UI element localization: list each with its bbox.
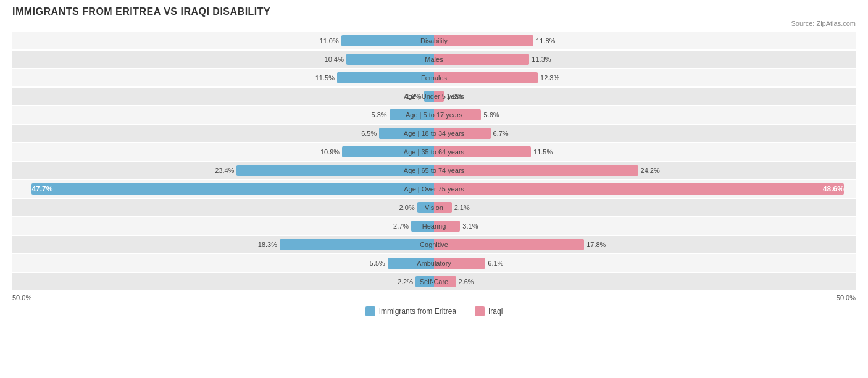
right-side: 48.6% [434, 180, 856, 198]
val-left: 10.4% [325, 56, 344, 63]
val-right: 12.3% [540, 74, 559, 82]
bar-container: 47.7% Age | Over 75 years 48.6% [12, 180, 856, 198]
val-left: 23.4% [215, 167, 234, 174]
right-side: 11.5% [434, 143, 856, 161]
bar-right [434, 72, 538, 83]
bar-container: 11.0% Disability 11.8% [12, 32, 856, 49]
bar-right [434, 146, 531, 158]
bar-row: 5.3% Age | 5 to 17 years 5.6% [12, 106, 856, 124]
bar-right [434, 258, 485, 269]
bar-left [379, 128, 434, 139]
right-side: 3.1% [434, 217, 856, 235]
legend: Immigrants from Eritrea Iraqi [12, 306, 856, 316]
bar-row: 10.9% Age | 35 to 64 years 11.5% [12, 143, 856, 161]
bar-right [434, 276, 456, 287]
bar-row: 1.2% Age | Under 5 years 1.2% [12, 88, 856, 105]
bar-container: 5.3% Age | 5 to 17 years 5.6% [12, 106, 856, 124]
bar-right [434, 165, 638, 176]
left-side: 11.5% [12, 69, 434, 86]
right-side: 2.6% [434, 273, 856, 290]
bar-container: 18.3% Cognitive 17.8% [12, 236, 856, 253]
bar-left [31, 183, 434, 195]
val-right: 11.3% [532, 56, 551, 63]
val-left: 2.0% [399, 204, 415, 211]
bar-row: 10.4% Males 11.3% [12, 51, 856, 68]
bar-container: 2.2% Self-Care 2.6% [12, 273, 856, 290]
right-side: 5.6% [434, 106, 856, 124]
val-right: 3.1% [462, 222, 478, 230]
right-side: 2.1% [434, 199, 856, 216]
right-side: 12.3% [434, 69, 856, 86]
right-side: 1.2% [434, 88, 856, 105]
left-side: 1.2% [12, 88, 434, 105]
bar-right [434, 54, 529, 65]
bar-container: 1.2% Age | Under 5 years 1.2% [12, 88, 856, 105]
bar-left [346, 54, 434, 65]
left-side: 10.4% [12, 51, 434, 68]
bar-left [415, 276, 434, 287]
val-left: 18.3% [258, 241, 277, 248]
left-side: 18.3% [12, 236, 434, 253]
legend-box-left [365, 306, 375, 316]
bar-container: 6.5% Age | 18 to 34 years 6.7% [12, 125, 856, 142]
bar-container: 11.5% Females 12.3% [12, 69, 856, 86]
bar-right [434, 183, 844, 195]
legend-item-right: Iraqi [475, 306, 503, 316]
bar-container: 10.4% Males 11.3% [12, 51, 856, 68]
bar-container: 10.9% Age | 35 to 64 years 11.5% [12, 143, 856, 161]
bar-right [434, 239, 584, 250]
bar-left [411, 220, 434, 232]
val-right: 24.2% [641, 167, 660, 174]
legend-label-right: Iraqi [488, 307, 503, 316]
bar-row: 23.4% Age | 65 to 74 years 24.2% [12, 162, 856, 179]
val-right: 6.1% [488, 259, 503, 267]
val-left: 10.9% [320, 148, 340, 156]
bar-row: 47.7% Age | Over 75 years 48.6% [12, 180, 856, 198]
left-side: 6.5% [12, 125, 434, 142]
val-left: 2.2% [398, 278, 413, 285]
val-right: 1.2% [446, 93, 462, 100]
right-side: 17.8% [434, 236, 856, 253]
bar-row: 18.3% Cognitive 17.8% [12, 236, 856, 253]
left-side: 10.9% [12, 143, 434, 161]
right-side: 11.8% [434, 32, 856, 49]
left-side: 5.5% [12, 254, 434, 272]
bar-right [434, 109, 481, 120]
val-left: 2.7% [393, 222, 409, 230]
bar-row: 2.2% Self-Care 2.6% [12, 273, 856, 290]
left-side: 2.7% [12, 217, 434, 235]
bar-left [342, 146, 434, 158]
val-right: 2.6% [459, 278, 474, 285]
val-left: 11.0% [320, 37, 339, 44]
val-left: 5.5% [370, 259, 385, 267]
bar-row: 2.0% Vision 2.1% [12, 199, 856, 216]
val-left-inside: 47.7% [31, 185, 55, 193]
bar-row: 11.5% Females 12.3% [12, 69, 856, 86]
bar-right [434, 220, 460, 232]
bar-left [236, 165, 434, 176]
left-side: 47.7% [12, 180, 434, 198]
val-right-inside: 48.6% [820, 185, 844, 193]
val-right: 2.1% [454, 204, 470, 211]
legend-box-right [475, 306, 485, 316]
bar-left [341, 35, 434, 46]
left-side: 23.4% [12, 162, 434, 179]
bar-row: 11.0% Disability 11.8% [12, 32, 856, 49]
val-right: 6.7% [493, 130, 509, 137]
val-left: 11.5% [315, 74, 335, 82]
val-left: 6.5% [361, 130, 377, 137]
bar-left [390, 109, 434, 120]
left-side: 2.0% [12, 199, 434, 216]
val-right: 5.6% [483, 111, 499, 119]
bar-container: 23.4% Age | 65 to 74 years 24.2% [12, 162, 856, 179]
left-side: 11.0% [12, 32, 434, 49]
bar-row: 6.5% Age | 18 to 34 years 6.7% [12, 125, 856, 142]
bar-left [280, 239, 434, 250]
page-container: IMMIGRANTS FROM ERITREA VS IRAQI DISABIL… [12, 6, 856, 316]
val-left: 5.3% [372, 111, 387, 119]
bar-right [434, 202, 452, 213]
right-side: 6.1% [434, 254, 856, 272]
chart-title: IMMIGRANTS FROM ERITREA VS IRAQI DISABIL… [12, 6, 856, 17]
legend-label-left: Immigrants from Eritrea [379, 307, 456, 316]
chart-area: 11.0% Disability 11.8% 10.4% Males 11.3% [12, 32, 856, 290]
